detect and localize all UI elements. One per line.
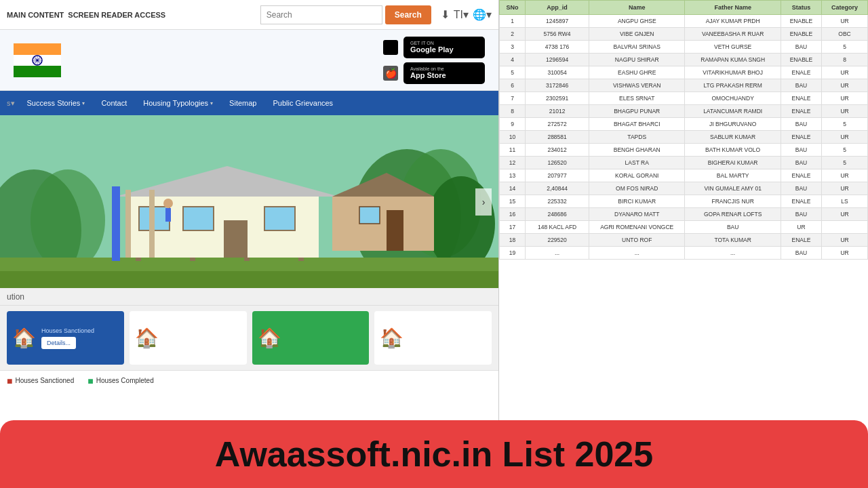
table-cell: 272572 [526, 118, 589, 131]
table-cell: UR [822, 105, 868, 118]
table-cell: UR [822, 169, 868, 182]
nav-public-grievances[interactable]: Public Grievances [266, 91, 340, 115]
table-cell: UR [781, 221, 821, 234]
sanctioned-dot: ■ [7, 375, 12, 386]
text-size-icon[interactable]: TI▾ [454, 8, 469, 21]
svg-rect-0 [14, 43, 61, 55]
download-icon[interactable]: ⬇ [441, 8, 450, 21]
table-cell: 3 [500, 41, 526, 54]
table-cell: LTG PRAKASH RERM [685, 79, 781, 92]
table-cell: RAMAPAN KUMA SNGH [685, 54, 781, 66]
table-row: 11234012BENGH GHARANBATH KUMAR VOLOBAU5 [500, 144, 868, 157]
table-row: 19.........BAUUR [500, 247, 868, 260]
table-cell: 248686 [526, 208, 589, 221]
table-cell: 5 [500, 66, 526, 79]
badge-row-apple: 🍎 Available on the App Store [383, 62, 485, 84]
table-cell: OBC [822, 28, 868, 41]
table-cell: VETH GURSE [685, 41, 781, 54]
app-store-badge[interactable]: Available on the App Store [403, 62, 485, 84]
stat-card-2: 🏠 [130, 311, 247, 365]
nav-bar: s▾ Success Stories ▾ Contact Housing Typ… [0, 91, 498, 115]
table-cell: UR [822, 208, 868, 221]
table-cell: 288581 [526, 131, 589, 144]
google-play-bottom-text: Google Play [410, 45, 454, 54]
stat-icon-4: 🏠 [380, 327, 403, 349]
table-cell: 5 [822, 118, 868, 131]
table-cell: 5 [822, 41, 868, 54]
nav-label: Sitemap [229, 99, 256, 107]
nav-sitemap[interactable]: Sitemap [222, 91, 263, 115]
bottom-stat-sanctioned: ■ Houses Sanctioned [7, 375, 74, 386]
table-cell: NAGPU SHIRAR [589, 54, 685, 66]
table-cell: BAU [781, 118, 821, 131]
table-cell: UR [822, 79, 868, 92]
col-sno: SNo [500, 1, 526, 15]
table-cell: BALVRAI SRINAS [589, 41, 685, 54]
table-cell: 9 [500, 118, 526, 131]
nav-label: Housing Typologies [143, 99, 208, 107]
completed-dot: ■ [87, 375, 93, 386]
table-cell: UR [822, 234, 868, 247]
table-row: 10288581TAPDSSABLUR KUMARENALEUR [500, 131, 868, 144]
table-row: 25756 RW4VIBE GNJENVANEEBASHA R RUARENAB… [500, 28, 868, 41]
svg-rect-36 [387, 210, 403, 251]
table-cell: BHAGAT BHARCI [589, 118, 685, 131]
table-cell: SABLUR KUMAR [685, 131, 781, 144]
table-row: 41296594NAGPU SHIRARRAMAPAN KUMA SNGHENA… [500, 54, 868, 66]
nav-housing-typologies[interactable]: Housing Typologies ▾ [136, 91, 220, 115]
table-cell: 14 [500, 182, 526, 195]
table-cell: 207977 [526, 169, 589, 182]
skip-links: MAIN CONTENT SCREEN READER ACCESS [7, 11, 165, 19]
table-cell: ENABLE [781, 15, 821, 28]
nav-contact[interactable]: Contact [94, 91, 134, 115]
search-button[interactable]: Search [385, 5, 431, 24]
table-cell: UR [822, 66, 868, 79]
badge-row-google: ▶ GET IT ON Google Play [383, 37, 485, 58]
table-cell: 5 [822, 144, 868, 157]
col-category: Category [822, 1, 868, 15]
nav-success-stories[interactable]: Success Stories ▾ [20, 91, 92, 115]
svg-rect-32 [149, 190, 155, 258]
table-cell: 13 [500, 169, 526, 182]
nav-label: Public Grievances [273, 99, 333, 107]
table-row: 18229520UNTO ROFTOTA KUMARENALEUR [500, 234, 868, 247]
left-panel: MAIN CONTENT SCREEN READER ACCESS Search… [0, 0, 498, 488]
col-status: Status [781, 1, 821, 15]
table-cell: 1245897 [526, 15, 589, 28]
stat-card-3: 🏠 [252, 311, 370, 365]
houses-sanctioned-label: Houses Sanctioned [41, 327, 119, 334]
screen-reader-link[interactable]: SCREEN READER ACCESS [68, 11, 165, 19]
table-cell: BAU [781, 144, 821, 157]
svg-rect-20 [0, 271, 498, 288]
stat-icon-3: 🏠 [258, 327, 281, 349]
table-cell: 1296594 [526, 54, 589, 66]
table-cell: ENALE [781, 131, 821, 144]
google-play-badge[interactable]: GET IT ON Google Play [403, 37, 485, 58]
search-input[interactable] [260, 5, 382, 24]
table-row: 5310054EASHU GHREVITARIKHUMAR BHOJENALEU… [500, 66, 868, 79]
table-cell: UR [822, 92, 868, 105]
stat-icon-2: 🏠 [135, 327, 159, 349]
details-button[interactable]: Details... [41, 337, 76, 349]
table-cell: AGRI ROMENANI VONGCE [589, 221, 685, 234]
table-cell: BAU [781, 182, 821, 195]
table-row: 9272572BHAGAT BHARCIJI BHGURUVANOBAU5 [500, 118, 868, 131]
table-cell: ENALE [781, 169, 821, 182]
google-play-top-text: GET IT ON [410, 41, 454, 45]
table-cell: DYANARO MATT [589, 208, 685, 221]
table-cell: 19 [500, 247, 526, 260]
table-cell: OMOCHUANDY [685, 92, 781, 105]
svg-rect-29 [264, 207, 295, 230]
main-content-link[interactable]: MAIN CONTENT [7, 11, 64, 19]
table-cell: 2,40844 [526, 182, 589, 195]
table-cell: 229520 [526, 234, 589, 247]
table-cell: BAU [685, 221, 781, 234]
table-row: 63172846VISHWAS VERANLTG PRAKASH RERMBAU… [500, 79, 868, 92]
table-cell: BIRCI KUMAR [589, 195, 685, 208]
table-cell: 126520 [526, 157, 589, 169]
table-cell: UNTO ROF [589, 234, 685, 247]
table-row: 821012BHAGPU PUNARLATANCUMAR RAMDIENALEU… [500, 105, 868, 118]
hero-next-button[interactable]: › [475, 188, 492, 216]
language-icon[interactable]: 🌐▾ [473, 8, 492, 21]
table-cell: 6 [500, 79, 526, 92]
